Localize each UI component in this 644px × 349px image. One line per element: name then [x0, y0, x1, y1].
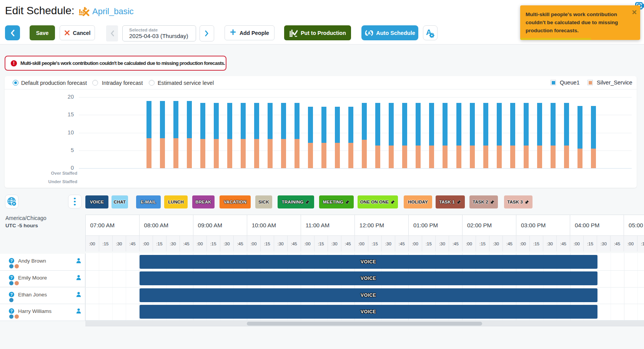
- svg-text:A: A: [368, 30, 371, 35]
